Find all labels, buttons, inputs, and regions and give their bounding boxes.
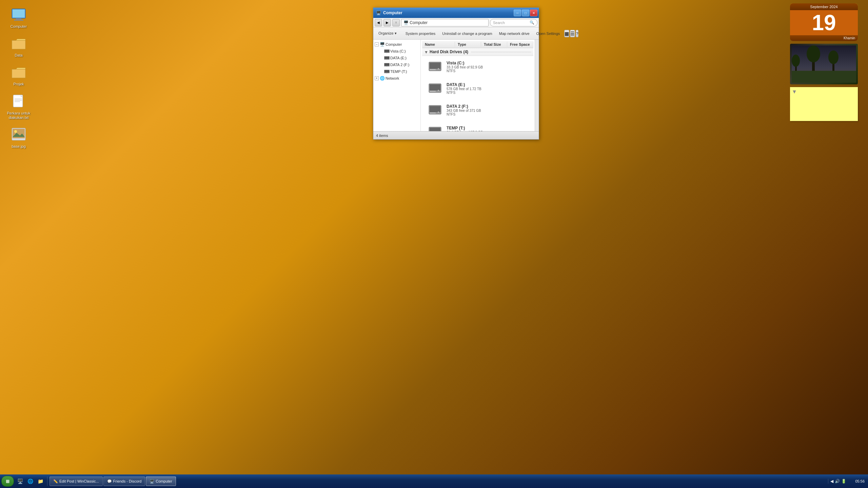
- svg-point-29: [438, 90, 439, 91]
- ie-button[interactable]: 🌐: [25, 476, 35, 486]
- organize-button[interactable]: Organize ▾: [375, 29, 400, 38]
- tree-item-temp-t[interactable]: TEMP (T:): [378, 68, 420, 75]
- systray-area: ◀ 🔊 🔋 05:56: [828, 479, 867, 484]
- svg-rect-21: [384, 70, 389, 73]
- tree-label-network: Network: [386, 76, 399, 80]
- svg-rect-32: [430, 106, 440, 112]
- temp-t-drive-icon: [427, 125, 443, 131]
- computer-window: 🖥️ Computer ─ □ ✕ ◀ ▶ ↑ 🖥️ Computer Sear…: [373, 7, 539, 140]
- svg-rect-34: [430, 113, 436, 114]
- desktop-icon-base-jpg[interactable]: base.jpg: [5, 127, 32, 149]
- desktop-icon-data[interactable]: Data: [5, 36, 32, 58]
- view-icon-2[interactable]: ☰: [570, 30, 575, 37]
- close-button[interactable]: ✕: [530, 9, 537, 16]
- content-pane: Name Type Total Size Free Space ▼ Hard D…: [421, 40, 535, 131]
- vista-c-drive-icon: [427, 60, 443, 74]
- svg-point-41: [807, 45, 820, 62]
- search-field[interactable]: Search 🔍: [490, 19, 537, 26]
- computer-task-label: Computer: [156, 479, 172, 483]
- col-header-type[interactable]: Type: [455, 42, 481, 47]
- taskbar-task-discord[interactable]: 💬 Friends - Discord: [103, 476, 145, 486]
- computer-tree-icon: 🖥️: [379, 42, 385, 47]
- gadget-note[interactable]: ▼: [790, 87, 858, 121]
- back-button[interactable]: ◀: [375, 19, 382, 26]
- tree-item-data2-f[interactable]: DATA 2 (F:): [378, 61, 420, 68]
- section-expand-hdd[interactable]: ▼: [424, 50, 428, 54]
- systray-arrow-icon[interactable]: ◀: [830, 479, 833, 484]
- taskbar-tasks-area: ✏️ Edit Post | WinClassic... 💬 Friends -…: [50, 476, 827, 486]
- data-e-drive-icon: [427, 82, 443, 95]
- gadget-photo[interactable]: [790, 44, 858, 84]
- temp-t-tree-icon: [384, 69, 390, 74]
- forward-button[interactable]: ▶: [383, 19, 391, 26]
- gadget-calendar[interactable]: September 2024 19 Khamin: [790, 3, 858, 41]
- drive-detail1-data2-f: 343 GB free of 371 GB: [447, 109, 481, 113]
- desktop-icon-projek[interactable]: Projek: [5, 64, 32, 86]
- calendar-month-header: September 2024: [790, 3, 858, 10]
- calendar-month-year: September 2024: [810, 5, 837, 9]
- svg-point-22: [387, 73, 387, 74]
- drive-item-vista-c[interactable]: Vista (C:) 33.3 GB free of 92.9 GB NTFS: [425, 59, 493, 75]
- col-header-free-space[interactable]: Free Space: [507, 42, 533, 47]
- sidebar-tree: − 🖥️ Computer Vist: [373, 40, 421, 131]
- system-properties-button[interactable]: System properties: [402, 29, 439, 38]
- svg-rect-24: [430, 63, 440, 69]
- up-button[interactable]: ↑: [392, 19, 400, 26]
- col-header-name[interactable]: Name: [422, 42, 455, 47]
- status-bar: 4 items: [373, 131, 539, 139]
- scrollbar[interactable]: [535, 40, 539, 131]
- drive-item-data2-f[interactable]: DATA 2 (F:) 343 GB free of 371 GB NTFS: [425, 102, 493, 118]
- tree-expand-computer[interactable]: −: [375, 42, 379, 46]
- address-field[interactable]: 🖥️ Computer: [401, 19, 489, 26]
- perkara-icon-label: Perkara untukdiakukan.txt: [7, 111, 30, 120]
- taskbar-task-computer[interactable]: 🖥️ Computer: [146, 476, 176, 486]
- drive-info-temp-t: TEMP (T:) 61.4 GB free of 97.6 GB NTFS: [447, 126, 483, 131]
- data-e-tree-icon: [384, 55, 390, 61]
- drive-info-data2-f: DATA 2 (F:) 343 GB free of 371 GB NTFS: [447, 104, 481, 116]
- desktop-icons-container: Computer Data Projek: [0, 0, 37, 156]
- window-titlebar: 🖥️ Computer ─ □ ✕: [373, 8, 539, 18]
- help-icon[interactable]: ?: [576, 30, 578, 37]
- tree-label-temp-t: TEMP (T:): [390, 69, 407, 74]
- section-header-hdd: ▼ Hard Disk Drives (4): [422, 48, 533, 56]
- start-button[interactable]: ⊞: [1, 476, 14, 487]
- discord-icon: 💬: [107, 479, 112, 484]
- drive-item-data-e[interactable]: DATA (E:) 578 GB free of 1.72 TB NTFS: [425, 80, 493, 97]
- taskbar-task-edit-post[interactable]: ✏️ Edit Post | WinClassic...: [50, 476, 103, 486]
- gadgets-container: September 2024 19 Khamin: [787, 0, 868, 124]
- perkara-file-icon: [11, 94, 27, 110]
- drive-item-temp-t[interactable]: TEMP (T:) 61.4 GB free of 97.6 GB NTFS: [425, 124, 493, 131]
- edit-post-label: Edit Post | WinClassic...: [59, 479, 99, 483]
- drive-detail1-temp-t: 61.4 GB free of 97.6 GB: [447, 130, 483, 131]
- show-desktop-button[interactable]: 🖥️: [15, 476, 25, 486]
- desktop-icon-computer[interactable]: Computer: [5, 7, 32, 29]
- drive-detail2-data-e: NTFS: [447, 91, 481, 95]
- explorer-button[interactable]: 📁: [36, 476, 45, 486]
- desktop-icon-perkara[interactable]: Perkara untukdiakukan.txt: [5, 94, 32, 120]
- minimize-button[interactable]: ─: [514, 9, 521, 16]
- drive-info-vista-c: Vista (C:) 33.3 GB free of 92.9 GB NTFS: [447, 61, 483, 73]
- tree-expand-network[interactable]: +: [375, 76, 379, 80]
- open-settings-button[interactable]: Open Settings: [533, 29, 563, 38]
- tree-item-data-e[interactable]: DATA (E:): [378, 55, 420, 61]
- calendar-user: Khamin: [790, 35, 858, 41]
- base-jpg-icon: [11, 127, 27, 143]
- tree-label-vista-c: Vista (C:): [390, 49, 406, 53]
- data-folder-icon: [11, 36, 27, 52]
- systray-battery-icon[interactable]: 🔋: [841, 479, 846, 484]
- svg-rect-36: [430, 128, 440, 131]
- tree-item-computer[interactable]: − 🖥️ Computer: [373, 41, 420, 48]
- quick-launch-area: 🖥️ 🌐 📁: [15, 476, 47, 486]
- window-controls: ─ □ ✕: [514, 9, 537, 16]
- systray-volume-icon[interactable]: 🔊: [835, 479, 840, 484]
- tree-item-network[interactable]: + 🌐 Network: [373, 75, 420, 82]
- maximize-button[interactable]: □: [522, 9, 529, 16]
- map-network-button[interactable]: Map network drive: [496, 29, 533, 38]
- svg-rect-15: [384, 57, 389, 59]
- view-icon-1[interactable]: ▦: [564, 30, 569, 37]
- col-header-total-size[interactable]: Total Size: [481, 42, 507, 47]
- note-arrow-icon: ▼: [792, 89, 856, 95]
- uninstall-button[interactable]: Uninstall or change a program: [439, 29, 495, 38]
- tree-item-vista-c[interactable]: Vista (C:): [378, 48, 420, 55]
- svg-rect-28: [430, 84, 440, 90]
